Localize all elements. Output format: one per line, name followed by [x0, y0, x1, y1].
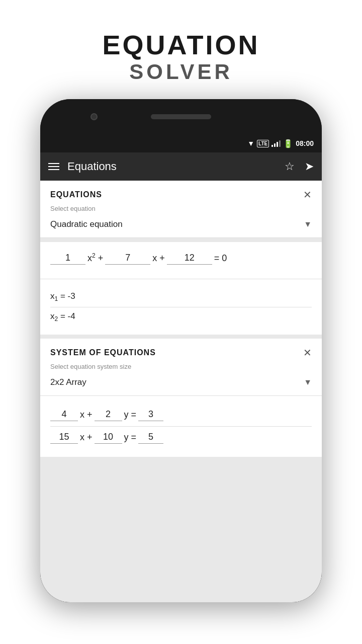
signal-bars: [272, 140, 281, 147]
app-bar-actions: ☆ ➤: [285, 160, 314, 173]
system-close-button[interactable]: ✕: [303, 347, 312, 359]
system-eq-row-1: x + y =: [50, 404, 312, 427]
sys-x-text-2: x +: [78, 432, 95, 444]
equations-card: EQUATIONS ✕ Select equation Quadratic eq…: [40, 181, 322, 238]
share-icon[interactable]: ➤: [305, 160, 314, 173]
system-eq-row-2: x + y =: [50, 427, 312, 449]
equations-card-title: EQUATIONS: [50, 190, 102, 199]
sys-result1-input[interactable]: [138, 409, 163, 421]
results-area: x1 = -3 x2 = -4: [40, 279, 322, 335]
equals-zero-text: = 0: [212, 253, 229, 265]
sys-coeff1-input[interactable]: [50, 409, 78, 421]
phone-top-hardware: [40, 99, 322, 134]
app-title-solver: SOLVER: [129, 60, 233, 84]
hamburger-menu-button[interactable]: [48, 163, 59, 170]
result-x1: x1 = -3: [50, 287, 312, 307]
lte-badge: LTE: [257, 140, 269, 147]
sys-y-text-1: y =: [122, 410, 139, 421]
sys-result2-input[interactable]: [138, 432, 163, 444]
battery-icon: 🔋: [283, 139, 293, 148]
system-equations-card: SYSTEM OF EQUATIONS ✕ Select equation sy…: [40, 339, 322, 457]
equation-dropdown-arrow: ▼: [304, 220, 312, 229]
x-text: x +: [150, 253, 167, 265]
wifi-icon: ▼: [247, 139, 254, 147]
phone-camera: [90, 113, 98, 120]
system-equations-area: x + y = x + y =: [40, 396, 322, 457]
quadratic-equation-area: x2 + x + = 0: [40, 242, 322, 279]
sys-y-text-2: y =: [122, 432, 139, 444]
coeff-c-input[interactable]: [167, 253, 212, 265]
sys-coeff4-input[interactable]: [95, 432, 122, 444]
x-squared-text: x2 +: [85, 252, 105, 265]
status-time: 08:00: [296, 139, 314, 147]
app-title-equation: EQUATION: [103, 30, 260, 60]
app-title-area: EQUATION SOLVER: [0, 0, 362, 99]
system-select-label: Select equation system size: [40, 363, 322, 370]
system-dropdown-arrow: ▼: [304, 378, 312, 387]
app-bar-title: Equations: [67, 160, 277, 173]
equations-select-label: Select equation: [40, 205, 322, 212]
system-card-title: SYSTEM OF EQUATIONS: [50, 348, 156, 357]
star-icon[interactable]: ☆: [285, 160, 295, 173]
phone-frame: ▼ LTE 🔋 08:00 Equations ☆ ➤: [40, 99, 322, 602]
equations-card-header: EQUATIONS ✕: [40, 181, 322, 205]
sys-coeff2-input[interactable]: [95, 409, 122, 421]
coeff-b-input[interactable]: [105, 253, 150, 265]
result-x2: x2 = -4: [50, 307, 312, 327]
system-size-value: 2x2 Array: [50, 377, 86, 387]
equation-type-value: Quadratic equation: [50, 219, 123, 229]
sys-x-text-1: x +: [78, 410, 95, 421]
quadratic-equation-row: x2 + x + = 0: [50, 252, 312, 265]
sys-coeff3-input[interactable]: [50, 432, 78, 444]
app-bar: Equations ☆ ➤: [40, 152, 322, 181]
status-icons: ▼ LTE 🔋 08:00: [247, 139, 314, 148]
equation-type-dropdown[interactable]: Quadratic equation ▼: [40, 214, 322, 238]
system-card-header: SYSTEM OF EQUATIONS ✕: [40, 339, 322, 363]
coeff-a-input[interactable]: [50, 253, 85, 265]
equations-close-button[interactable]: ✕: [303, 189, 312, 201]
phone-speaker: [151, 114, 211, 119]
screen-content: EQUATIONS ✕ Select equation Quadratic eq…: [40, 181, 322, 602]
system-size-dropdown[interactable]: 2x2 Array ▼: [40, 372, 322, 396]
status-bar: ▼ LTE 🔋 08:00: [40, 134, 322, 152]
